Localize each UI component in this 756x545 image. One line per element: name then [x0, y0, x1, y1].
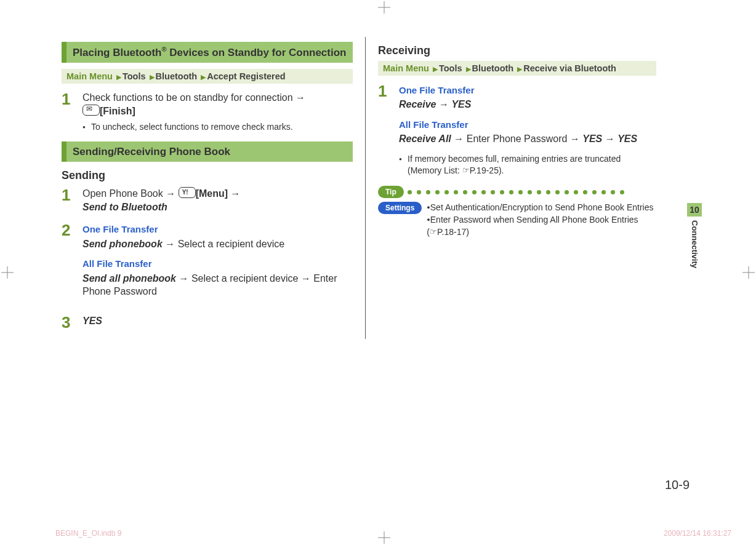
- step-number: 2: [62, 222, 76, 305]
- finish-label: [Finish]: [100, 106, 135, 116]
- settings-ref: P.18-17): [437, 227, 469, 237]
- section-band-standby: Placing Bluetooth® Devices on Standby fo…: [62, 42, 353, 63]
- breadcrumb: Main Menu ▶Tools ▶Bluetooth ▶Receive via…: [378, 61, 656, 76]
- pointer-icon: ☞: [430, 226, 437, 237]
- breadcrumb: Main Menu ▶Tools ▶Bluetooth ▶Accept Regi…: [62, 69, 353, 84]
- page-number: 10-9: [665, 478, 690, 492]
- tab-label: Connectivity: [687, 217, 702, 268]
- crop-mark-icon: [1, 266, 14, 279]
- memory-note: If memory becomes full, remaining entrie…: [399, 153, 656, 177]
- dots-divider: [408, 190, 656, 194]
- receiving-step-1: 1 One File Transfer Receive → YES All Fi…: [378, 83, 656, 176]
- settings-pill: Settings: [378, 202, 422, 214]
- footer-left: BEGIN_E_OI.indb 9: [55, 529, 121, 538]
- step-text: Open Phone Book: [82, 188, 166, 199]
- settings-row: Settings ●Set Authentication/Encryption …: [378, 202, 656, 238]
- action-text: YES: [451, 99, 471, 109]
- step-note: To uncheck, select functions to remove c…: [82, 121, 353, 133]
- step-1: 1 Check functions to be on standby for c…: [62, 91, 353, 133]
- settings-item: Enter Password when Sending All Phone Bo…: [430, 215, 638, 225]
- step-number: 1: [378, 83, 393, 176]
- option-text: Enter Phone Password: [467, 133, 568, 144]
- action-text: Send to Bluetooth: [82, 202, 167, 212]
- section-band-phonebook: Sending/Receiving Phone Book: [62, 141, 353, 162]
- print-footer: BEGIN_E_OI.indb 9 2009/12/14 16:31:27: [55, 529, 731, 538]
- step-number: 1: [62, 91, 76, 133]
- action-text: Receive: [399, 99, 436, 109]
- sending-step-1: 1 Open Phone Book → [Menu] → Send to Blu…: [62, 187, 353, 213]
- crop-mark-icon: [378, 1, 390, 14]
- tip-row: Tip: [378, 186, 656, 198]
- crop-mark-icon: [742, 266, 755, 279]
- tip-pill: Tip: [378, 186, 404, 198]
- band-text: Placing Bluetooth® Devices on Standby fo…: [73, 46, 347, 59]
- action-text: YES: [82, 316, 102, 326]
- option-text: Select a recipient device: [191, 273, 298, 284]
- band-text: Sending/Receiving Phone Book: [73, 145, 347, 158]
- pointer-icon: ☞: [462, 165, 470, 176]
- action-text: YES: [617, 133, 637, 144]
- action-text: YES: [582, 133, 602, 144]
- option-label: All File Transfer: [82, 258, 353, 270]
- action-text: Send phonebook: [82, 239, 163, 249]
- footer-right: 2009/12/14 16:31:27: [664, 529, 731, 538]
- right-column: Receiving Main Menu ▶Tools ▶Bluetooth ▶R…: [365, 37, 656, 339]
- option-label: All File Transfer: [399, 119, 656, 131]
- sending-step-2: 2 One File Transfer Send phonebook → Sel…: [62, 222, 353, 305]
- step-text: Check functions to be on standby for con…: [82, 92, 296, 103]
- settings-item: Set Authentication/Encryption to Send Ph…: [430, 202, 654, 212]
- option-label: One File Transfer: [82, 223, 353, 236]
- crop-mark-icon: [378, 531, 390, 544]
- action-text: Receive All: [399, 133, 451, 144]
- step-number: 3: [62, 314, 76, 330]
- action-text: Send all phonebook: [82, 273, 176, 284]
- y-key-icon: [179, 187, 196, 198]
- menu-label: [Menu]: [196, 188, 228, 199]
- subhead-receiving: Receiving: [378, 44, 656, 57]
- left-column: Placing Bluetooth® Devices on Standby fo…: [62, 37, 353, 339]
- option-label: One File Transfer: [399, 84, 656, 97]
- side-tab: 10 Connectivity: [687, 203, 702, 268]
- subhead-sending: Sending: [62, 169, 353, 182]
- mail-key-icon: [82, 105, 100, 116]
- sending-step-3: 3 YES: [62, 314, 353, 330]
- option-text: Select a recipient device: [178, 239, 284, 249]
- tab-number: 10: [687, 203, 702, 217]
- step-number: 1: [62, 187, 76, 213]
